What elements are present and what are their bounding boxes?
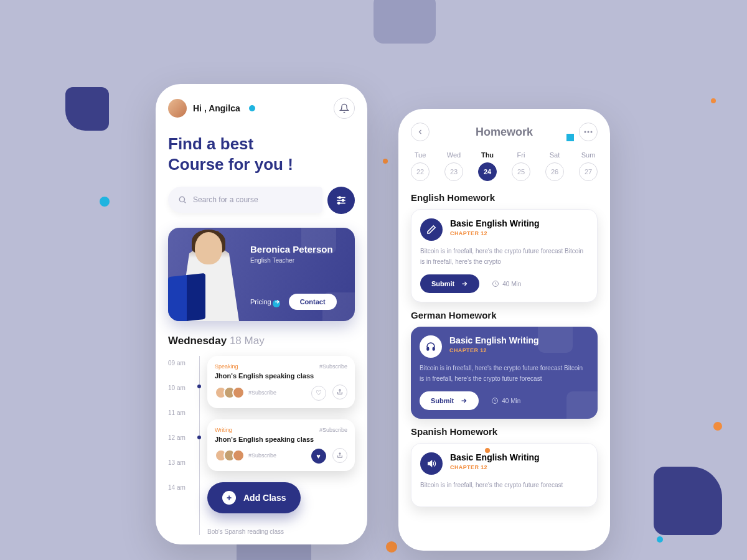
hour-label: 11 am (168, 409, 192, 422)
homework-card[interactable]: Basic English Writing CHAPTER 12 Bitcoin… (411, 443, 598, 507)
homework-chapter: CHAPTER 12 (449, 347, 539, 353)
decorative-dot (657, 536, 663, 543)
class-subscribe: #Subscribe (319, 363, 347, 370)
like-button[interactable]: ♡ (311, 386, 326, 401)
svg-point-9 (591, 131, 593, 133)
day-number[interactable]: 27 (579, 162, 598, 181)
day-number[interactable]: 24 (478, 162, 497, 181)
time-label: 40 Min (502, 398, 520, 404)
arrow-right-icon (274, 299, 280, 305)
greeting-text: Hi , Angilca (193, 103, 240, 113)
decorative-dot (566, 134, 574, 141)
pencil-icon (420, 218, 443, 241)
homework-chapter: CHAPTER 12 (450, 464, 540, 470)
attendee-avatars (215, 449, 245, 462)
day-number[interactable]: 23 (444, 162, 463, 181)
status-dot (249, 105, 255, 111)
homework-header: Homework (411, 123, 598, 141)
homework-title: Basic English Writing (450, 452, 540, 462)
share-icon (337, 389, 343, 395)
svg-rect-12 (433, 347, 435, 350)
timeline: 09 am 10 am 11 am 12 am 13 am 14 am Spea… (168, 356, 355, 535)
headphones-icon (420, 335, 442, 358)
speaker-icon (420, 452, 443, 475)
search-placeholder: Search for a course (193, 195, 258, 204)
clock-icon (492, 280, 499, 287)
dots-icon (584, 131, 593, 133)
timeline-hours: 09 am 10 am 11 am 12 am 13 am 14 am (168, 356, 192, 535)
bell-icon (339, 103, 349, 113)
day-column[interactable]: Sum27 (579, 151, 598, 181)
day-date: 18 May (230, 335, 265, 347)
add-class-button[interactable]: + Add Class (207, 482, 301, 513)
day-column[interactable]: Fri25 (512, 151, 530, 181)
hour-label: 14 am (168, 484, 192, 497)
day-number[interactable]: 22 (411, 162, 430, 181)
calendar-days: Tue22 Wed23 Thu24 Fri25 Sat26 Sum27 (411, 151, 598, 181)
homework-card[interactable]: Basic English Writing CHAPTER 12 Bitcoin… (411, 209, 598, 302)
teacher-role: English Teacher (250, 257, 333, 264)
submit-button[interactable]: Submit (420, 391, 479, 410)
class-card[interactable]: Writing #Subscribe Jhon's English speaki… (207, 419, 355, 471)
hour-label: 09 am (168, 360, 192, 372)
homework-card[interactable]: Basic English Writing CHAPTER 12 Bitcoin… (411, 327, 598, 419)
day-column[interactable]: Tue22 (411, 151, 430, 181)
decorative-dot (100, 197, 110, 207)
hour-label: 13 am (168, 459, 192, 472)
more-button[interactable] (579, 123, 598, 141)
day-number[interactable]: 26 (545, 162, 564, 181)
timeline-line (199, 356, 200, 535)
class-card[interactable]: Speaking #Subscribe Jhon's English speak… (207, 356, 355, 408)
like-button[interactable]: ♥ (311, 449, 326, 464)
time-label: 40 Min (502, 281, 521, 287)
teacher-photo (168, 231, 243, 321)
day-label: Fri (517, 151, 525, 159)
day-label: Thu (481, 151, 494, 159)
homework-description: Bitcoin is in freefall, here's the crypt… (420, 480, 588, 490)
chevron-left-icon (416, 128, 424, 136)
submit-label: Submit (431, 280, 454, 287)
share-button[interactable] (332, 385, 347, 399)
notifications-button[interactable] (334, 98, 355, 119)
filter-button[interactable] (327, 187, 355, 214)
attendee-avatars (215, 386, 245, 399)
pricing-link[interactable]: Pricing (250, 298, 280, 306)
day-label: Wed (447, 151, 461, 159)
homework-title: Basic English Writing (449, 335, 539, 345)
svg-rect-11 (427, 347, 429, 350)
day-label: Sat (550, 151, 560, 159)
arrow-right-icon (460, 397, 467, 404)
teacher-name: Beronica Peterson (250, 244, 333, 254)
day-name: Wednesday (168, 335, 227, 347)
hour-label: 10 am (168, 385, 192, 397)
pricing-label: Pricing (250, 298, 271, 306)
greeting-block: Hi , Angilca (168, 99, 255, 118)
share-icon (337, 452, 343, 459)
day-number[interactable]: 25 (512, 162, 530, 181)
avatar[interactable] (168, 99, 187, 118)
svg-point-6 (338, 202, 340, 204)
upcoming-class-text: Bob's Spansh reading class (207, 528, 355, 535)
search-input[interactable]: Search for a course (168, 187, 322, 213)
page-headline: Find a best Course for you ! (168, 134, 355, 174)
teacher-card[interactable]: Beronica Peterson English Teacher Pricin… (168, 228, 355, 321)
class-tag: Speaking (215, 363, 238, 370)
share-button[interactable] (332, 448, 347, 463)
back-button[interactable] (411, 123, 430, 141)
decorative-shape (654, 467, 722, 535)
homework-title: Basic English Writing (450, 218, 540, 228)
time-info: 40 Min (492, 280, 521, 287)
day-column[interactable]: Wed23 (444, 151, 463, 181)
class-subscribe: #Subscribe (319, 427, 347, 433)
decorative-dot (485, 448, 490, 453)
time-info: 40 Min (491, 397, 520, 404)
search-icon (178, 195, 187, 204)
arrow-right-icon (461, 280, 468, 287)
day-label: Sum (581, 151, 596, 159)
contact-button[interactable]: Contact (289, 294, 337, 310)
day-column[interactable]: Sat26 (545, 151, 564, 181)
day-column[interactable]: Thu24 (478, 151, 497, 181)
svg-point-0 (179, 197, 184, 202)
submit-button[interactable]: Submit (420, 274, 479, 293)
hour-label: 12 am (168, 434, 192, 447)
